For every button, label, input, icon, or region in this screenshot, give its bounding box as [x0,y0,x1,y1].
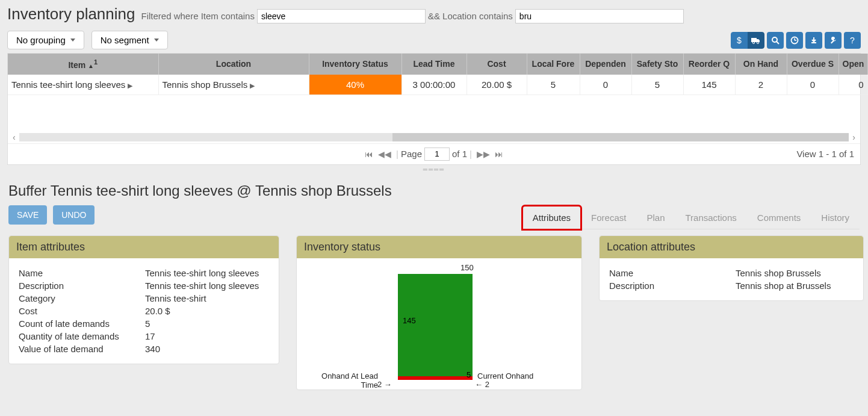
cell-item: Tennis tee-shirt long sleeves▶ [8,75,158,95]
cell-open: 0 [839,75,867,95]
inventory-grid: Item ▲1 Location Inventory Status Lead T… [7,53,861,165]
scrollbar-track[interactable] [19,133,849,141]
tab-history[interactable]: History [811,206,860,229]
dollar-icon: $ [737,36,742,45]
chart-left-value: 2 → [377,380,392,389]
scrollbar-thumb[interactable] [19,133,392,141]
caret-down-icon [154,39,159,42]
chart-bar-green [398,274,473,376]
search-icon [771,36,780,45]
col-reorder-qty[interactable]: Reorder Q [683,54,735,75]
next-page-button[interactable]: ▶▶ [474,149,492,159]
col-item[interactable]: Item ▲1 [8,54,158,75]
page-header: Inventory planning Filtered where Item c… [0,0,868,27]
caret-right-icon[interactable]: ▶ [128,82,132,90]
attr-label: Count of late demands [19,318,145,329]
prev-page-button[interactable]: ◀◀ [376,149,394,159]
filter-prefix: Filtered where Item contains [141,11,254,21]
resize-handle[interactable]: ════ [0,165,868,174]
chart-right-value: ← 2 [475,380,489,389]
attr-row: NameTennis tee-shirt long sleeves [19,267,269,279]
attr-row: NameTennis shop Brussels [609,267,854,279]
clock-icon [790,36,799,45]
attr-label: Description [609,281,736,291]
cell-local-forecast: 5 [527,75,580,95]
attr-value: 5 [145,318,269,329]
attr-value: 17 [145,331,269,341]
detail-title: Buffer Tennis tee-shirt long sleeves @ T… [8,182,860,199]
col-location[interactable]: Location [158,54,309,75]
attr-row: Cost20.0 $ [19,305,269,317]
undo-button[interactable]: UNDO [53,205,95,225]
cell-reorder-qty: 145 [683,75,735,95]
truck-button[interactable] [748,32,764,49]
horizontal-scrollbar[interactable]: ‹ › [8,131,860,143]
grouping-label: No grouping [16,35,66,45]
clock-button[interactable] [786,32,803,49]
filter-item-input[interactable] [257,9,426,23]
attr-label: Quantity of late demands [19,331,145,341]
attr-row: DescriptionTennis shop at Brussels [609,279,854,292]
caret-right-icon[interactable]: ▶ [250,82,255,90]
attr-value: Tennis shop Brussels [736,268,854,278]
attr-value: Tennis tee-shirt long sleeves [145,281,269,291]
question-icon: ? [850,36,855,45]
attr-row: DescriptionTennis tee-shirt long sleeves [19,279,269,292]
chart-right-caption: Current Onhand [477,371,533,380]
cell-lead-time: 3 00:00:00 [401,75,467,95]
tab-attributes[interactable]: Attributes [522,206,581,229]
truck-icon [751,37,761,44]
col-cost[interactable]: Cost [467,54,527,75]
detail-tabs: Attributes Forecast Plan Transactions Co… [522,205,860,229]
chart-red-label: 5 [467,370,471,379]
caret-down-icon [70,39,75,42]
col-inventory-status[interactable]: Inventory Status [309,54,401,75]
col-on-hand[interactable]: On Hand [735,54,787,75]
scroll-right-icon[interactable]: › [851,132,857,142]
table-row[interactable]: Tennis tee-shirt long sleeves▶ Tennis sh… [8,75,867,95]
attr-row: Count of late demands5 [19,317,269,330]
page-of: of 1 [452,149,467,159]
segment-dropdown[interactable]: No segment [91,31,168,49]
help-button[interactable]: ? [844,32,861,49]
svg-point-3 [772,37,777,42]
tab-forecast[interactable]: Forecast [581,206,636,229]
page-input[interactable] [424,147,450,161]
col-dependent[interactable]: Dependen [580,54,631,75]
last-page-button[interactable]: ⏭ [492,149,506,159]
grouping-dropdown[interactable]: No grouping [7,31,84,49]
pager: ⏮ ◀◀ | Page of 1 | ▶▶ ⏭ View 1 - 1 of 1 [8,143,860,164]
col-safety-stock[interactable]: Safety Sto [631,54,683,75]
sort-arrow-icon: ▲ [88,63,94,69]
svg-point-2 [757,42,758,43]
cell-inventory-status: 40% [309,75,401,95]
attr-row: Quantity of late demands17 [19,330,269,343]
download-button[interactable] [805,32,822,49]
search-button[interactable] [767,32,784,49]
tab-plan[interactable]: Plan [636,206,675,229]
first-page-button[interactable]: ⏮ [362,149,376,159]
chart-left-caption: Onhand At Lead Time [308,371,378,390]
tab-transactions[interactable]: Transactions [675,206,746,229]
tab-comments[interactable]: Comments [747,206,811,229]
attr-label: Category [19,293,145,303]
attr-value: Tennis tee-shirt long sleeves [145,268,269,278]
col-overdue[interactable]: Overdue S [787,54,839,75]
wrench-button[interactable] [825,32,842,49]
location-attributes-panel: Location attributes NameTennis shop Brus… [599,235,864,301]
scroll-left-icon[interactable]: ‹ [11,132,17,142]
chart-bar-red [398,376,473,380]
save-button[interactable]: SAVE [8,205,47,225]
panel-title: Inventory status [297,236,581,258]
cell-overdue: 0 [787,75,839,95]
attr-value: 340 [145,344,269,354]
attr-label: Cost [19,306,145,316]
filter-location-input[interactable] [515,9,684,23]
col-local-forecast[interactable]: Local Fore [527,54,580,75]
attr-value: Tennis shop at Brussels [736,281,854,291]
currency-button[interactable]: $ [731,32,748,49]
attr-value: Tennis tee-shirt [145,293,269,303]
col-open[interactable]: Open [839,54,867,75]
attr-row: CategoryTennis tee-shirt [19,292,269,305]
col-lead-time[interactable]: Lead Time [401,54,467,75]
